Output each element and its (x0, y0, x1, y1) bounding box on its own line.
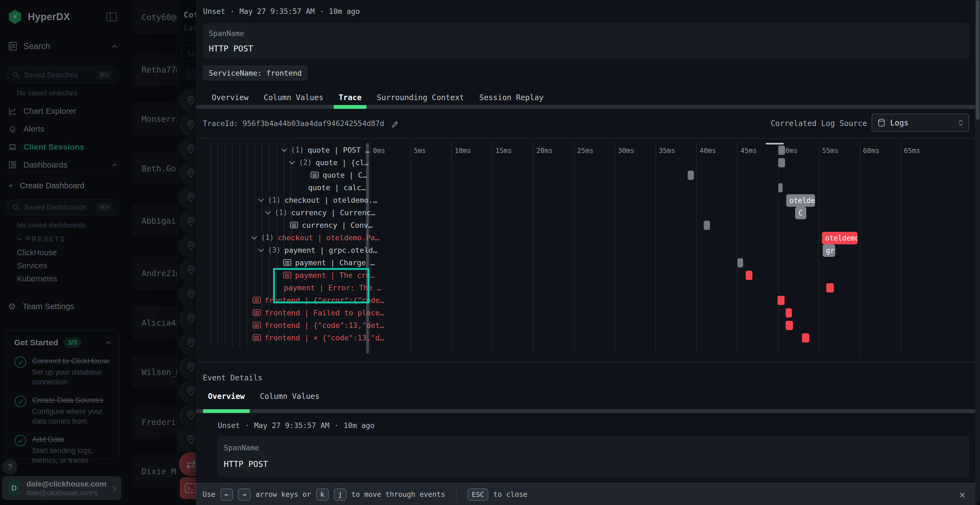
tab-overview[interactable]: Overview (207, 93, 253, 102)
span-duration-bar[interactable] (746, 271, 752, 280)
span-duration-bar[interactable] (778, 183, 783, 192)
trace-span-row[interactable]: (1)checkout | oteldemo.… (258, 194, 377, 206)
trace-span-row[interactable]: (1)currency | Currenc… (265, 206, 375, 219)
grid-line (410, 143, 411, 355)
log-event-icon (253, 309, 261, 316)
key-j[interactable]: j (334, 488, 347, 501)
child-count: (1) (261, 233, 274, 241)
span-label: payment | Charge … (295, 259, 375, 267)
tab-overview[interactable]: Overview (203, 392, 250, 401)
grid-line (900, 143, 901, 355)
indent-guide (218, 143, 218, 346)
tab-column-values[interactable]: Column Values (259, 93, 328, 102)
chevron-down-icon[interactable] (289, 160, 295, 164)
trace-span-row[interactable]: currency | Conv… (290, 219, 373, 231)
span-duration-bar[interactable]: grp (822, 245, 835, 257)
grid-line (574, 143, 574, 355)
axis-tick-label: 65ms (904, 147, 920, 154)
key-esc[interactable]: ESC (468, 488, 488, 501)
trace-span-row[interactable]: quote | C… (310, 169, 367, 181)
trace-detail-modal: Unset · May 27 9:35:57 AM · 10m ago Span… (196, 0, 980, 505)
divider (456, 488, 457, 501)
log-event-icon (290, 221, 298, 229)
status-badge: Unset (218, 421, 240, 430)
span-label: quote | calc… (308, 183, 366, 192)
span-duration-bar[interactable] (737, 258, 743, 267)
chevron-down-icon[interactable] (265, 211, 271, 214)
axis-tick-label: 30ms (618, 147, 634, 154)
trace-span-row[interactable]: (1)quote | POST … (281, 144, 370, 156)
trace-id-row: TraceId: 956f3b4a44b03aa4daf946242554d87… (203, 114, 399, 132)
key-left-arrow[interactable]: ← (220, 488, 233, 501)
chevron-down-icon[interactable] (258, 248, 264, 252)
key-k[interactable]: k (316, 488, 329, 501)
separator: · (320, 7, 324, 16)
span-label: quote | C… (323, 171, 367, 179)
trace-span-row[interactable]: (3)payment | grpc.oteld… (258, 244, 377, 256)
scrollbar[interactable] (975, 0, 980, 505)
chevron-down-icon[interactable] (281, 148, 287, 152)
span-duration-bar[interactable] (687, 171, 694, 180)
indent-guide (225, 143, 225, 346)
axis-tick-label: 60ms (863, 147, 879, 154)
span-duration-bar[interactable] (802, 333, 809, 343)
indent-guide (240, 143, 240, 346)
axis-tick-label: 20ms (536, 147, 553, 154)
log-event-icon (283, 259, 291, 266)
tab-underline-track (196, 409, 975, 413)
event-status-line: Unset · May 27 9:35:57 AM · 10m ago (203, 7, 360, 16)
database-icon (878, 119, 885, 127)
span-label: quote | POST … (308, 146, 370, 154)
tab-surrounding-context[interactable]: Surrounding Context (372, 93, 469, 102)
close-icon[interactable]: ✕ (959, 489, 965, 500)
trace-span-row[interactable]: quote | calc… (308, 181, 366, 194)
tab-column-values[interactable]: Column Values (255, 392, 325, 401)
log-source-value: Logs (890, 118, 908, 127)
service-name-chip[interactable]: ServiceName: frontend (203, 65, 308, 81)
chevron-down-icon[interactable] (251, 236, 257, 240)
span-duration-bar[interactable]: oteldemo. (822, 232, 858, 245)
tab-session-replay[interactable]: Session Replay (474, 93, 549, 102)
child-count: (1) (275, 208, 288, 217)
log-event-icon (253, 322, 261, 329)
log-event-icon (253, 297, 261, 304)
span-name-card: SpanName HTTP POST (203, 23, 969, 59)
log-source-select[interactable]: Logs (872, 114, 969, 132)
trace-span-row[interactable]: payment | Charge … (283, 257, 375, 268)
span-label: currency | Currenc… (291, 208, 375, 217)
trace-span-row[interactable]: (1)checkout | oteldemo.Pa… (251, 232, 379, 243)
trace-span-row[interactable]: (2)quote | {cl… (289, 156, 369, 168)
span-duration-bar[interactable] (704, 221, 710, 230)
relative-time: 10m ago (329, 7, 360, 16)
span-label: checkout | oteldemo.Pa… (278, 233, 379, 242)
span-duration-bar[interactable] (826, 283, 834, 292)
scrollbar-thumb[interactable] (976, 0, 980, 120)
span-label: frontend | × {"code":13,"d… (265, 333, 384, 342)
chevron-down-icon[interactable] (258, 198, 264, 202)
trace-id-value: TraceId: 956f3b4a44b03aa4daf946242554d87… (203, 119, 384, 128)
trace-span-row[interactable]: frontend | Failed to place… (253, 306, 384, 319)
grid-line (737, 143, 738, 355)
span-duration-bar[interactable] (778, 296, 784, 305)
grid-line (492, 143, 493, 355)
tab-trace[interactable]: Trace (334, 93, 366, 102)
span-duration-bar[interactable] (778, 158, 785, 167)
child-count: (1) (291, 146, 304, 154)
axis-tick-label: 25ms (577, 147, 593, 154)
edit-pencil-icon[interactable] (391, 119, 399, 127)
axis-tick-label: 55ms (822, 147, 838, 154)
key-right-arrow[interactable]: → (238, 488, 251, 501)
divider (196, 138, 975, 139)
trace-span-row[interactable]: frontend | × {"code":13,"d… (253, 332, 384, 344)
grid-line (860, 143, 860, 355)
span-label: quote | {cl… (315, 158, 369, 167)
span-duration-bar[interactable]: C (795, 207, 806, 219)
modal-backdrop[interactable] (0, 0, 196, 505)
span-duration-bar[interactable] (786, 321, 793, 330)
trace-span-row[interactable]: frontend | {"code":13,"det… (253, 319, 384, 331)
span-duration-bar[interactable] (778, 146, 785, 155)
modal-tabs: OverviewColumn ValuesTraceSurrounding Co… (207, 90, 549, 105)
span-name-label: SpanName (224, 443, 259, 452)
span-duration-bar[interactable] (786, 308, 792, 318)
span-duration-bar[interactable]: oteldemo. (786, 194, 815, 207)
